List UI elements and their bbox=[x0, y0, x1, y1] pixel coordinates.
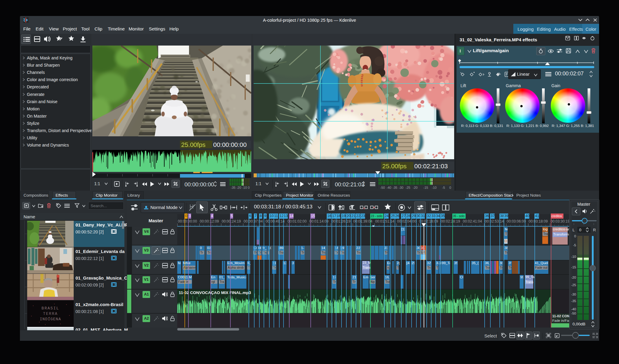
svg-text:INDÍGENA: INDÍGENA bbox=[40, 317, 61, 321]
svg-text:BRASIL: BRASIL bbox=[42, 306, 59, 311]
svg-text:TERRA: TERRA bbox=[43, 312, 58, 316]
